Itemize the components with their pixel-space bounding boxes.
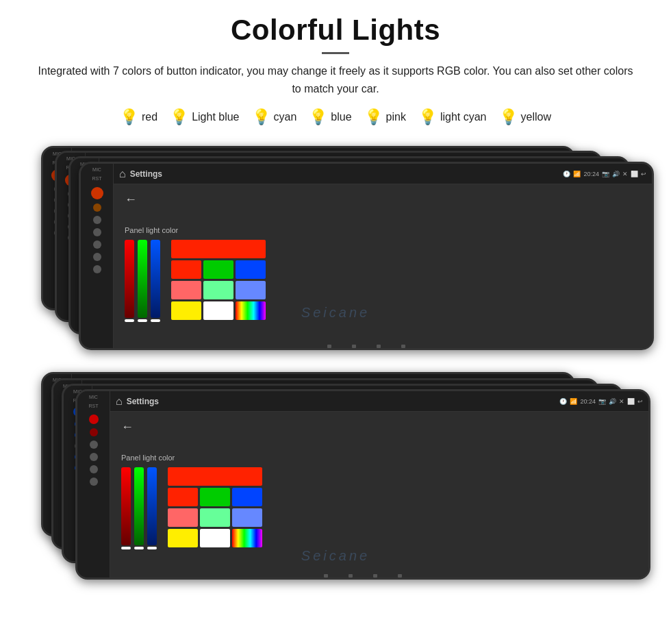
bottom-panel-light-body	[121, 467, 637, 549]
page-title: Colorful Lights	[21, 14, 650, 47]
cg-top-red[interactable]	[171, 240, 266, 258]
bottom-front-content: ← Panel light color	[110, 412, 648, 578]
color-item-lightcyan: 💡 light cyan	[418, 108, 487, 126]
bottom-front-sidebar: MIC RST	[77, 391, 110, 578]
cg-red[interactable]	[171, 260, 201, 279]
cg-mint[interactable]	[203, 281, 233, 299]
bottom-cg-white[interactable]	[200, 529, 230, 547]
cg-blue[interactable]	[236, 260, 266, 279]
bottom-device-stack: MIC RST ⌂ Settings	[41, 369, 630, 581]
bottom-cg-top-red[interactable]	[168, 467, 262, 486]
blue-bar	[151, 240, 160, 318]
front-home-icon[interactable]: ⌂	[119, 168, 126, 180]
red-knob[interactable]	[125, 319, 134, 322]
bottom-front-topbar: ⌂ Settings 🕐 📶 20:24 📷 🔊 ✕ ⬜	[110, 391, 648, 412]
bottom-bumper3	[373, 574, 377, 578]
bottom-red-knob[interactable]	[121, 547, 131, 549]
bottom-cg-green[interactable]	[200, 488, 230, 506]
bottom-bumper2	[349, 574, 353, 578]
bottom-green-knob[interactable]	[134, 547, 144, 549]
bottom-front-topbar-right: 🕐 📶 20:24 📷 🔊 ✕ ⬜ ↩	[559, 398, 643, 405]
cg-pink[interactable]	[171, 281, 201, 299]
pink-bulb-icon: 💡	[364, 108, 383, 126]
front-screen: MIC RST ⌂	[81, 164, 652, 348]
bottom-front-device: MIC RST ⌂ Settings	[75, 389, 650, 580]
title-section: Colorful Lights	[21, 14, 650, 54]
green-bar	[138, 240, 147, 318]
bottom-green-bar-wrapper	[134, 467, 144, 549]
front-back-icon[interactable]: ↩	[641, 171, 646, 177]
bottom-cg-mint[interactable]	[200, 508, 230, 527]
front-topbar-right: 🕐 📶 20:24 📷 🔊 ✕ ⬜ ↩	[563, 171, 646, 177]
color-item-cyan: 💡 cyan	[252, 108, 297, 126]
blue-bulb-icon: 💡	[309, 108, 327, 126]
color-row: 💡 red 💡 Light blue 💡 cyan 💡 blue 💡 pink …	[21, 108, 650, 126]
front-x-icon[interactable]: ✕	[622, 171, 628, 177]
color-item-lightblue: 💡 Light blue	[170, 108, 239, 126]
bottom-rgb-sliders	[121, 467, 157, 549]
front-back-arrow[interactable]: ←	[125, 193, 137, 207]
color-item-red: 💡 red	[120, 108, 157, 126]
color-label-lightcyan: light cyan	[440, 111, 487, 123]
front-content: ← Panel light color	[114, 184, 652, 348]
bottom-cg-yellow[interactable]	[168, 529, 198, 547]
bottom-cg-red[interactable]	[168, 488, 198, 506]
color-item-blue: 💡 blue	[309, 108, 351, 126]
bottom-bumper4	[398, 574, 402, 578]
bottom-front-title: Settings	[127, 397, 159, 406]
yellow-bulb-icon: 💡	[499, 108, 518, 126]
front-dot3	[93, 228, 101, 236]
red-bar-wrapper	[125, 240, 134, 322]
cg-white[interactable]	[203, 301, 233, 320]
description-text: Integrated with 7 colors of button indic…	[21, 62, 650, 97]
front-dot4	[93, 240, 101, 249]
color-grid	[171, 240, 266, 322]
front-bumpers	[327, 345, 405, 348]
blue-knob[interactable]	[151, 319, 160, 322]
bottom-front-back-arrow[interactable]: ←	[121, 420, 134, 434]
bottom-green-bar	[134, 467, 144, 545]
front-dot1	[93, 203, 101, 212]
cg-rainbow[interactable]	[236, 301, 266, 320]
bottom-panel-light-title: Panel light color	[121, 454, 637, 462]
front-clock-icon: 🕐	[563, 171, 570, 177]
panel-light-section: Panel light color	[125, 226, 641, 322]
cg-yellow[interactable]	[171, 301, 201, 320]
bottom-front-power[interactable]	[89, 414, 99, 424]
cg-lightblue[interactable]	[236, 281, 266, 299]
bottom-front-x[interactable]: ✕	[619, 398, 624, 405]
bottom-rgb-bars	[121, 467, 157, 549]
bottom-panel-light-section: Panel light color	[121, 454, 637, 549]
bottom-front-home-icon[interactable]: ⌂	[116, 395, 123, 408]
bottom-front-screen: ⬜	[627, 398, 635, 405]
color-item-yellow: 💡 yellow	[499, 108, 551, 126]
blue-bar-wrapper	[151, 240, 160, 322]
front-sidebar: MIC RST	[81, 164, 114, 348]
bottom-cg-lightblue[interactable]	[232, 508, 262, 527]
bottom-cg-blue[interactable]	[232, 488, 262, 506]
red-bulb-icon: 💡	[120, 108, 138, 126]
front-cam-icon: 📷	[602, 171, 609, 177]
bottom-front-wifi: 📶	[570, 398, 577, 405]
bottom-front-cam: 📷	[598, 398, 606, 405]
front-main: ⌂ Settings 🕐 📶 20:24 📷 🔊 ✕ ⬜	[114, 164, 652, 348]
front-screen-icon: ⬜	[631, 171, 638, 177]
cg-green[interactable]	[203, 260, 233, 279]
bottom-front-d4	[90, 465, 98, 473]
front-power-icon[interactable]	[91, 187, 103, 199]
lightblue-bulb-icon: 💡	[170, 108, 188, 126]
green-bar-wrapper	[138, 240, 147, 322]
green-knob[interactable]	[138, 319, 147, 322]
bottom-blue-knob[interactable]	[147, 547, 157, 549]
color-label-cyan: cyan	[274, 111, 297, 123]
front-title: Settings	[130, 169, 162, 179]
page-wrapper: Colorful Lights Integrated with 7 colors…	[0, 0, 671, 615]
bottom-front-back[interactable]: ↩	[637, 398, 643, 405]
front-dot2	[93, 216, 101, 224]
color-label-yellow: yellow	[521, 111, 551, 123]
bottom-cg-pink[interactable]	[168, 508, 198, 527]
panel-light-body	[125, 240, 641, 322]
title-divider	[322, 52, 349, 54]
color-label-pink: pink	[386, 111, 406, 123]
bottom-cg-rainbow[interactable]	[232, 529, 262, 547]
